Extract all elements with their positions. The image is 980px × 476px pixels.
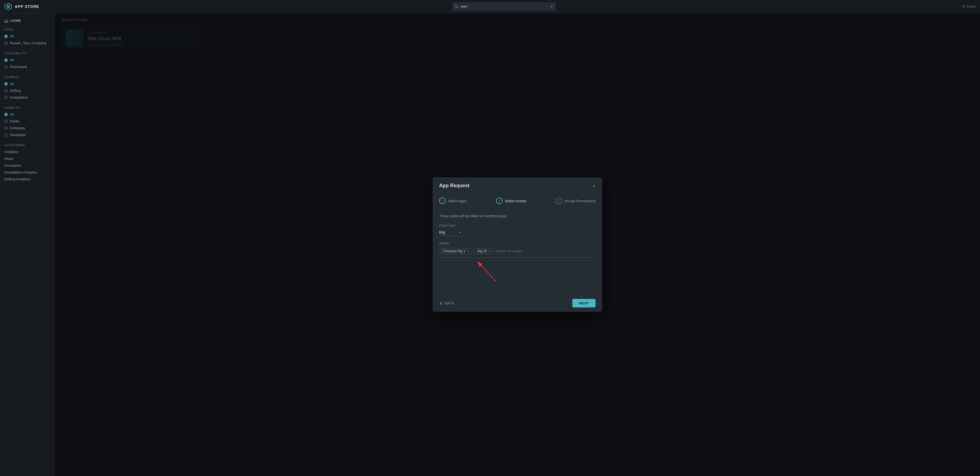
sidebar-segment-group: SEGMENT All Drilling Completion — [0, 73, 54, 104]
sidebar-cat-completion-analytics[interactable]: Completion Analytics — [0, 169, 54, 176]
sidebar: HOME APPS All Ruslan_Test_Company AVAILA… — [0, 13, 55, 476]
sidebar-completion-label: Completion — [10, 95, 28, 100]
top-bar: APP STORE ✕ ✕ Close — [0, 0, 980, 13]
sidebar-home-section: HOME — [0, 17, 54, 26]
back-button[interactable]: BACK — [439, 301, 454, 305]
back-label: BACK — [445, 301, 454, 305]
sidebar-categories-label: CATEGORIES — [0, 141, 54, 148]
sidebar-cat-drilling-analytics[interactable]: Drilling Analytics — [0, 176, 54, 182]
sidebar-public-label: Public — [10, 119, 19, 123]
logo-area: APP STORE — [5, 3, 39, 10]
asset-tag-company-rig-1: Company Rig 1 × — [439, 248, 472, 254]
radio-completion — [5, 96, 8, 99]
sidebar-purchased-label: Purchased — [10, 65, 27, 69]
sidebar-item-company[interactable]: Company — [0, 125, 54, 132]
sidebar-availability-label: AVAILABILITY — [0, 50, 54, 57]
sidebar-apps-group: APPS All Ruslan_Test_Company — [0, 26, 54, 50]
radio-company — [5, 127, 8, 130]
step-2-label: Select Assets — [505, 199, 526, 203]
sidebar-seg-all-label: All — [10, 82, 14, 86]
asset-tag-label: Company Rig 1 — [443, 249, 465, 253]
sidebar-item-developer[interactable]: Developer — [0, 132, 54, 138]
sidebar-cat-circulation[interactable]: Circulation — [0, 162, 54, 169]
modal-overlay: App Request × ✓ Select Apps 2 Select Ass… — [55, 13, 980, 476]
sidebar-item-purchased[interactable]: Purchased — [0, 63, 54, 70]
sidebar-drilling-label: Drilling — [10, 89, 21, 93]
step-connector-1 — [470, 201, 493, 201]
search-bar: ✕ — [452, 2, 556, 11]
sidebar-cat-analytics[interactable]: Analytics — [0, 148, 54, 155]
arrow-annotation — [439, 259, 595, 283]
radio-public — [5, 120, 8, 123]
sidebar-cat-asset[interactable]: Asset — [0, 155, 54, 162]
radio-developer — [5, 133, 8, 136]
sidebar-availability-group: AVAILABILITY All Purchased — [0, 50, 54, 73]
sidebar-item-drilling[interactable]: Drilling — [0, 87, 54, 94]
asset-type-group: Asset Type Rig Well Platform ▾ — [439, 224, 595, 236]
sidebar-item-avail-all[interactable]: All — [0, 57, 54, 63]
search-icon — [455, 5, 458, 8]
red-arrow-svg — [466, 259, 527, 283]
assets-label: Assets — [439, 241, 595, 245]
steps-bar: ✓ Select Apps 2 Select Assets 3 Accept P… — [433, 193, 602, 208]
modal-body: These asets will be billed on monthly ba… — [433, 208, 602, 294]
sidebar-item-completion[interactable]: Completion — [0, 94, 54, 101]
modal-close-button[interactable]: × — [593, 183, 595, 188]
step-3-accept-permissions: 3 Accept Permissions — [555, 198, 595, 204]
modal-header: App Request × — [433, 177, 602, 193]
billing-notice: These asets will be billed on monthly ba… — [439, 214, 595, 218]
step-1-circle: ✓ — [439, 198, 446, 204]
sidebar-company-label: Company — [10, 126, 25, 130]
asset-tag-remove-rig-33[interactable]: × — [488, 249, 491, 253]
sidebar-categories-group: CATEGORIES Analytics Asset Circulation C… — [0, 141, 54, 186]
close-button[interactable]: ✕ Close — [962, 4, 975, 8]
step-connector-2 — [530, 201, 552, 201]
modal-title: App Request — [439, 183, 469, 189]
app-store-title: APP STORE — [15, 4, 39, 9]
radio-seg-all — [5, 82, 8, 86]
modal-footer: BACK NEXT — [433, 294, 602, 312]
asset-search-input[interactable] — [495, 249, 595, 253]
asset-type-select[interactable]: Rig Well Platform — [439, 229, 461, 236]
back-arrow-icon — [439, 301, 443, 305]
svg-marker-1 — [6, 5, 10, 8]
assets-input-row: Company Rig 1 × Rig 33 × — [439, 247, 595, 258]
radio-drilling — [5, 89, 8, 92]
radio-purchased — [5, 65, 8, 68]
sidebar-avail-all-label: All — [10, 58, 14, 62]
sidebar-segment-label: SEGMENT — [0, 73, 54, 80]
sidebar-item-public[interactable]: Public — [0, 118, 54, 125]
radio-apps-all — [5, 35, 8, 38]
step-3-label: Accept Permissions — [565, 199, 595, 203]
sidebar-item-seg-all[interactable]: All — [0, 80, 54, 87]
step-2-select-assets: 2 Select Assets — [496, 198, 526, 204]
home-icon — [5, 19, 8, 23]
step-1-select-apps: ✓ Select Apps — [439, 198, 467, 204]
svg-line-3 — [457, 7, 458, 8]
assets-group: Assets Company Rig 1 × Rig 33 × — [439, 241, 595, 283]
search-bar-wrapper: ✕ — [46, 2, 962, 11]
sidebar-apps-all-label: All — [10, 34, 14, 38]
sidebar-visibility-label: VISIBILITY — [0, 104, 54, 111]
radio-ruslan — [5, 41, 8, 45]
asset-tag-remove-company-rig-1[interactable]: × — [467, 249, 469, 253]
sidebar-item-apps-all[interactable]: All — [0, 33, 54, 40]
main-layout: HOME APPS All Ruslan_Test_Company AVAILA… — [0, 13, 980, 476]
sidebar-item-ruslan-company[interactable]: Ruslan_Test_Company — [0, 40, 54, 46]
sidebar-item-vis-all[interactable]: All — [0, 111, 54, 118]
step-3-circle: 3 — [555, 198, 562, 204]
asset-type-select-wrapper: Rig Well Platform ▾ — [439, 229, 461, 236]
search-input[interactable] — [461, 4, 548, 8]
radio-vis-all — [5, 113, 8, 116]
next-button[interactable]: NEXT — [572, 299, 595, 308]
sidebar-apps-label: APPS — [0, 26, 54, 33]
close-x-icon: ✕ — [962, 4, 965, 8]
step-1-label: Select Apps — [448, 199, 467, 203]
app-request-modal: App Request × ✓ Select Apps 2 Select Ass… — [433, 177, 602, 312]
radio-avail-all — [5, 59, 8, 62]
asset-type-label: Asset Type — [439, 224, 595, 227]
sidebar-ruslan-label: Ruslan_Test_Company — [10, 41, 46, 45]
sidebar-item-home[interactable]: HOME — [5, 19, 50, 23]
asset-tag-rig-33: Rig 33 × — [474, 248, 494, 254]
search-clear-icon[interactable]: ✕ — [550, 4, 553, 9]
